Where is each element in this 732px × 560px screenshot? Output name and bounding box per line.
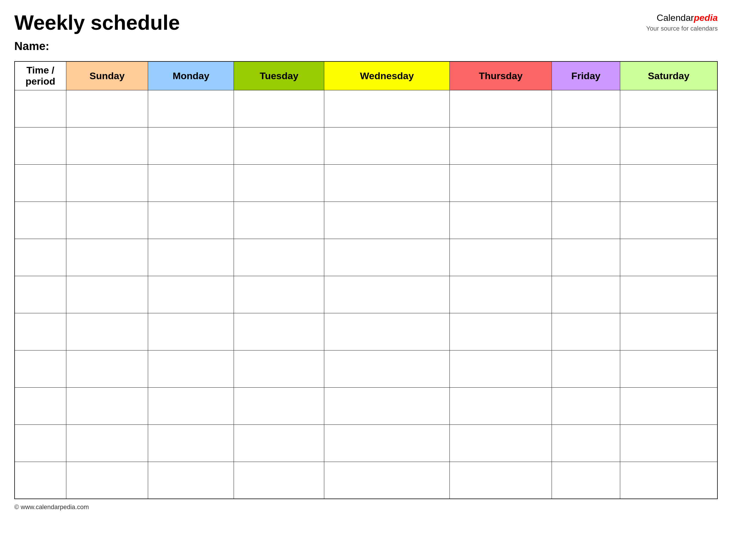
schedule-cell[interactable]: [552, 276, 620, 313]
schedule-cell[interactable]: [324, 276, 450, 313]
schedule-cell[interactable]: [148, 164, 234, 202]
schedule-cell[interactable]: [552, 462, 620, 499]
schedule-cell[interactable]: [234, 90, 324, 127]
schedule-cell[interactable]: [450, 90, 552, 127]
time-cell: [15, 425, 66, 462]
table-row: [15, 313, 717, 350]
schedule-cell[interactable]: [66, 127, 148, 164]
schedule-cell[interactable]: [552, 164, 620, 202]
schedule-cell[interactable]: [450, 276, 552, 313]
col-header-friday: Friday: [552, 61, 620, 90]
schedule-cell[interactable]: [234, 350, 324, 387]
schedule-cell[interactable]: [234, 127, 324, 164]
schedule-cell[interactable]: [324, 127, 450, 164]
schedule-cell[interactable]: [148, 202, 234, 239]
schedule-cell[interactable]: [324, 425, 450, 462]
schedule-cell[interactable]: [620, 350, 717, 387]
schedule-cell[interactable]: [324, 313, 450, 350]
schedule-cell[interactable]: [552, 90, 620, 127]
schedule-cell[interactable]: [324, 350, 450, 387]
schedule-cell[interactable]: [66, 387, 148, 425]
schedule-cell[interactable]: [552, 425, 620, 462]
schedule-cell[interactable]: [324, 164, 450, 202]
schedule-cell[interactable]: [450, 387, 552, 425]
schedule-cell[interactable]: [234, 164, 324, 202]
time-cell: [15, 350, 66, 387]
schedule-cell[interactable]: [620, 387, 717, 425]
schedule-cell[interactable]: [66, 239, 148, 276]
schedule-cell[interactable]: [148, 127, 234, 164]
schedule-cell[interactable]: [148, 239, 234, 276]
schedule-cell[interactable]: [552, 350, 620, 387]
schedule-cell[interactable]: [620, 90, 717, 127]
schedule-cell[interactable]: [66, 90, 148, 127]
col-header-saturday: Saturday: [620, 61, 717, 90]
table-row: [15, 239, 717, 276]
time-cell: [15, 127, 66, 164]
schedule-cell[interactable]: [234, 387, 324, 425]
schedule-cell[interactable]: [148, 387, 234, 425]
schedule-cell[interactable]: [450, 313, 552, 350]
schedule-cell[interactable]: [148, 313, 234, 350]
schedule-cell[interactable]: [620, 276, 717, 313]
schedule-cell[interactable]: [324, 462, 450, 499]
page-header: Weekly schedule Calendarpedia Your sourc…: [14, 11, 718, 34]
table-row: [15, 462, 717, 499]
schedule-cell[interactable]: [450, 127, 552, 164]
col-header-thursday: Thursday: [450, 61, 552, 90]
schedule-cell[interactable]: [234, 425, 324, 462]
brand-pedia-text: pedia: [694, 13, 718, 23]
schedule-cell[interactable]: [552, 202, 620, 239]
schedule-cell[interactable]: [234, 239, 324, 276]
schedule-cell[interactable]: [234, 313, 324, 350]
schedule-cell[interactable]: [552, 127, 620, 164]
table-row: [15, 90, 717, 127]
name-label: Name:: [14, 40, 718, 53]
schedule-cell[interactable]: [66, 425, 148, 462]
table-row: [15, 127, 717, 164]
schedule-cell[interactable]: [450, 462, 552, 499]
schedule-cell[interactable]: [552, 313, 620, 350]
schedule-cell[interactable]: [234, 202, 324, 239]
schedule-cell[interactable]: [66, 202, 148, 239]
brand-logo: Calendarpedia Your source for calendars: [646, 11, 718, 33]
schedule-cell[interactable]: [66, 462, 148, 499]
schedule-cell[interactable]: [66, 164, 148, 202]
schedule-cell[interactable]: [552, 387, 620, 425]
schedule-cell[interactable]: [620, 462, 717, 499]
table-header-row: Time / period Sunday Monday Tuesday Wedn…: [15, 61, 717, 90]
schedule-cell[interactable]: [324, 202, 450, 239]
col-header-monday: Monday: [148, 61, 234, 90]
schedule-cell[interactable]: [234, 462, 324, 499]
schedule-cell[interactable]: [450, 164, 552, 202]
time-cell: [15, 387, 66, 425]
schedule-cell[interactable]: [324, 387, 450, 425]
time-cell: [15, 239, 66, 276]
schedule-cell[interactable]: [620, 239, 717, 276]
schedule-cell[interactable]: [148, 350, 234, 387]
schedule-cell[interactable]: [66, 313, 148, 350]
schedule-cell[interactable]: [620, 425, 717, 462]
schedule-cell[interactable]: [148, 90, 234, 127]
copyright-text: © www.calendarpedia.com: [14, 503, 89, 511]
brand-calendar-text: Calendar: [657, 13, 694, 23]
schedule-cell[interactable]: [450, 202, 552, 239]
schedule-cell[interactable]: [450, 239, 552, 276]
schedule-cell[interactable]: [620, 127, 717, 164]
schedule-cell[interactable]: [148, 276, 234, 313]
schedule-cell[interactable]: [620, 313, 717, 350]
schedule-cell[interactable]: [552, 239, 620, 276]
schedule-cell[interactable]: [148, 462, 234, 499]
table-row: [15, 164, 717, 202]
schedule-cell[interactable]: [66, 276, 148, 313]
schedule-cell[interactable]: [450, 425, 552, 462]
schedule-cell[interactable]: [450, 350, 552, 387]
schedule-cell[interactable]: [324, 90, 450, 127]
schedule-cell[interactable]: [234, 276, 324, 313]
schedule-table: Time / period Sunday Monday Tuesday Wedn…: [14, 61, 718, 499]
schedule-cell[interactable]: [324, 239, 450, 276]
schedule-cell[interactable]: [620, 202, 717, 239]
schedule-cell[interactable]: [148, 425, 234, 462]
schedule-cell[interactable]: [620, 164, 717, 202]
schedule-cell[interactable]: [66, 350, 148, 387]
